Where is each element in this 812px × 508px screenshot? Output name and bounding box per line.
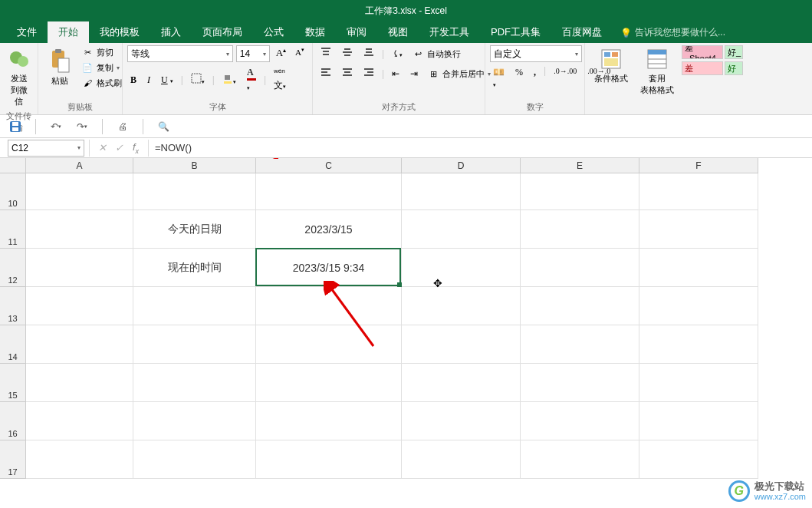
tab-formulas[interactable]: 公式 xyxy=(253,21,294,43)
col-header-f[interactable]: F xyxy=(639,158,758,173)
cell-D16[interactable] xyxy=(402,402,521,440)
orientation-button[interactable]: ⤹▾ xyxy=(389,47,406,61)
cell-F12[interactable] xyxy=(639,249,758,287)
col-header-a[interactable]: A xyxy=(26,158,133,173)
cell-B14[interactable] xyxy=(133,325,256,364)
cell-B17[interactable] xyxy=(133,440,256,479)
quick-print-button[interactable]: 🖨 xyxy=(115,119,130,134)
align-bottom-button[interactable] xyxy=(360,45,377,62)
cell-D17[interactable] xyxy=(402,440,521,479)
underline-button[interactable]: U ▾ xyxy=(158,73,176,87)
format-table-button[interactable]: 套用 表格格式 xyxy=(636,45,679,97)
cell-D10[interactable] xyxy=(402,173,521,210)
row-header-12[interactable]: 12 xyxy=(0,249,26,287)
cell-A12[interactable] xyxy=(26,249,133,287)
cell-B10[interactable] xyxy=(133,173,256,210)
select-all-corner[interactable] xyxy=(0,158,26,173)
align-middle-button[interactable] xyxy=(339,45,356,62)
cell-A15[interactable] xyxy=(26,364,133,402)
cancel-formula-button[interactable]: ✕ xyxy=(94,142,110,153)
cell-F16[interactable] xyxy=(639,402,758,440)
cell-F10[interactable] xyxy=(639,173,758,210)
cell-B15[interactable] xyxy=(133,364,256,402)
cell-A11[interactable] xyxy=(26,210,133,249)
format-painter-button[interactable]: 🖌格式刷 xyxy=(80,76,123,90)
cell-B16[interactable] xyxy=(133,402,256,440)
cell-A14[interactable] xyxy=(26,325,133,364)
wrap-text-button[interactable]: ↩自动换行 xyxy=(410,47,462,61)
tab-developer[interactable]: 开发工具 xyxy=(419,21,480,43)
undo-button[interactable]: ↶▾ xyxy=(48,119,64,134)
comma-button[interactable]: , xyxy=(531,65,539,91)
cell-E10[interactable] xyxy=(521,173,639,210)
cell-D11[interactable] xyxy=(402,210,521,249)
decrease-indent-button[interactable]: ⇤ xyxy=(389,67,403,81)
paste-button[interactable]: 粘贴 xyxy=(43,45,77,90)
align-left-button[interactable] xyxy=(317,65,334,82)
tab-baidu[interactable]: 百度网盘 xyxy=(551,21,613,43)
font-name-combo[interactable]: 等线▾ xyxy=(127,45,233,62)
tab-review[interactable]: 审阅 xyxy=(336,21,377,43)
cell-D12[interactable] xyxy=(402,249,521,287)
cell-C16[interactable] xyxy=(256,402,402,440)
cell-A13[interactable] xyxy=(26,287,133,325)
row-header-10[interactable]: 10 xyxy=(0,173,26,210)
formula-input[interactable]: =NOW() xyxy=(149,142,812,153)
row-header-15[interactable]: 15 xyxy=(0,364,26,402)
style-good-sheet[interactable]: 好_ xyxy=(725,45,743,59)
row-header-14[interactable]: 14 xyxy=(0,325,26,364)
align-right-button[interactable] xyxy=(360,65,377,82)
cell-C10[interactable] xyxy=(256,173,402,210)
cell-E13[interactable] xyxy=(521,287,639,325)
italic-button[interactable]: I xyxy=(144,73,153,87)
col-header-c[interactable]: C xyxy=(256,158,402,173)
font-color-button[interactable]: A▾ xyxy=(244,65,259,94)
align-top-button[interactable] xyxy=(317,45,334,62)
copy-button[interactable]: 📄复制▾ xyxy=(80,61,123,74)
increase-font-button[interactable]: A▴ xyxy=(273,45,289,62)
cell-F17[interactable] xyxy=(639,440,758,479)
cut-button[interactable]: ✂剪切 xyxy=(80,45,123,59)
row-header-11[interactable]: 11 xyxy=(0,210,26,249)
col-header-d[interactable]: D xyxy=(402,158,521,173)
conditional-format-button[interactable]: 条件格式 xyxy=(590,45,633,86)
tab-data[interactable]: 数据 xyxy=(294,21,336,43)
phonetic-button[interactable]: wén文▾ xyxy=(271,66,289,94)
tab-templates[interactable]: 我的模板 xyxy=(89,21,150,43)
tab-view[interactable]: 视图 xyxy=(377,21,419,43)
send-wechat-button[interactable]: 发送 到微信 xyxy=(5,45,33,109)
cell-A10[interactable] xyxy=(26,173,133,210)
redo-button[interactable]: ↷▾ xyxy=(74,119,90,134)
cell-B12[interactable]: 现在的时间 xyxy=(133,249,256,287)
save-button[interactable] xyxy=(8,119,23,134)
style-bad[interactable]: 差 xyxy=(682,61,723,75)
cell-D15[interactable] xyxy=(402,364,521,402)
percent-button[interactable]: % xyxy=(512,65,526,91)
number-format-combo[interactable]: 自定义▾ xyxy=(490,45,582,62)
row-header-13[interactable]: 13 xyxy=(0,287,26,325)
name-box[interactable]: C12 ▾ xyxy=(8,140,84,157)
cell-F14[interactable] xyxy=(639,325,758,364)
print-preview-button[interactable]: 🔍 xyxy=(156,119,171,134)
align-center-button[interactable] xyxy=(339,65,356,82)
fill-color-button[interactable]: ▾ xyxy=(219,71,239,88)
cell-A17[interactable] xyxy=(26,440,133,479)
tab-home[interactable]: 开始 xyxy=(48,21,89,43)
cell-E16[interactable] xyxy=(521,402,639,440)
row-header-17[interactable]: 17 xyxy=(0,440,26,479)
insert-function-button[interactable]: fx xyxy=(128,141,143,155)
merge-center-button[interactable]: ⊞合并后居中▾ xyxy=(426,67,492,81)
cell-C15[interactable] xyxy=(256,364,402,402)
decrease-font-button[interactable]: A▾ xyxy=(292,45,307,62)
cell-E12[interactable] xyxy=(521,249,639,287)
col-header-e[interactable]: E xyxy=(521,158,639,173)
tab-layout[interactable]: 页面布局 xyxy=(192,21,253,43)
cell-A16[interactable] xyxy=(26,402,133,440)
spreadsheet-grid[interactable]: ABCDEF 1011121314151617 今天的日期2023/3/15现在… xyxy=(0,158,812,508)
accept-formula-button[interactable]: ✓ xyxy=(111,142,127,153)
increase-indent-button[interactable]: ⇥ xyxy=(407,67,421,81)
font-size-combo[interactable]: 14▾ xyxy=(236,45,270,62)
style-bad-sheet[interactable]: 差_Sheet4 xyxy=(682,45,723,59)
cell-E11[interactable] xyxy=(521,210,639,249)
border-button[interactable]: ▾ xyxy=(188,71,208,88)
